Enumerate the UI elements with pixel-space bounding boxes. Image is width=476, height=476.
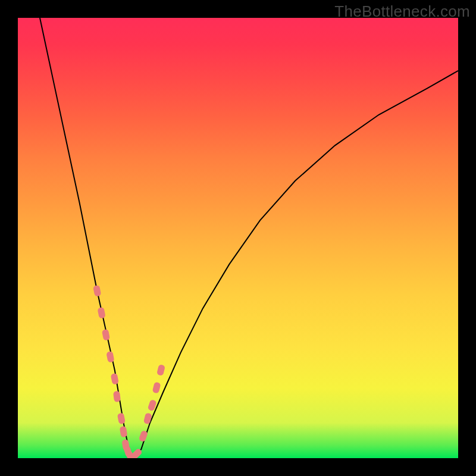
chart-frame: TheBottleneck.com bbox=[0, 0, 476, 476]
marker-point bbox=[97, 307, 105, 319]
marker-point bbox=[117, 412, 126, 424]
marker-point bbox=[111, 373, 119, 385]
bottleneck-curve bbox=[40, 18, 458, 458]
marker-group bbox=[93, 285, 165, 458]
marker-point bbox=[120, 426, 128, 438]
plot-area bbox=[18, 18, 458, 458]
marker-point bbox=[93, 285, 101, 297]
marker-point bbox=[143, 412, 152, 424]
marker-point bbox=[156, 364, 165, 376]
marker-point bbox=[152, 382, 161, 394]
marker-point bbox=[102, 329, 110, 341]
marker-point bbox=[106, 351, 114, 363]
marker-point bbox=[113, 391, 121, 402]
curve-svg bbox=[18, 18, 458, 458]
